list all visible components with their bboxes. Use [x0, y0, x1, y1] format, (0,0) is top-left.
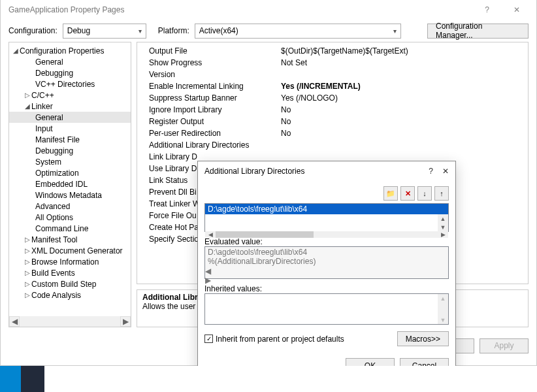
tree-hscroll[interactable]: ◀ ▶ [9, 316, 131, 327]
move-down-button[interactable]: ↓ [417, 186, 432, 201]
platform-select[interactable]: Active(x64) ▾ [195, 24, 401, 39]
property-row[interactable]: Output File$(OutDir)$(TargetName)$(Targe… [137, 45, 528, 57]
expand-icon[interactable]: ▷ [25, 236, 31, 243]
evaluated-listbox: D:\agde\tools\freeglut\lib\x64 %(Additio… [204, 246, 449, 279]
titlebar: GameApplication Property Pages ? ✕ [1, 0, 536, 20]
tree-item[interactable]: ▷Manifest Tool [9, 234, 131, 245]
window-title: GameApplication Property Pages [8, 5, 124, 14]
tree-item[interactable]: Manifest File [9, 134, 131, 145]
expand-icon[interactable]: ▷ [25, 91, 31, 99]
property-key: Link Library D [137, 152, 281, 161]
new-folder-button[interactable]: 📁 [383, 186, 398, 201]
chevron-down-icon: ▾ [138, 27, 142, 35]
tree-root[interactable]: ◢ Configuration Properties [9, 45, 131, 56]
tree-item[interactable]: Command Line [9, 223, 131, 234]
collapse-icon[interactable]: ◢ [25, 103, 31, 110]
tree-item[interactable]: ▷Custom Build Step [9, 278, 131, 289]
dialog-title: Additional Library Directories [204, 167, 304, 176]
inherited-listbox: ▲ ▼ [204, 293, 449, 325]
tree-item[interactable]: ▷Code Analysis [9, 289, 131, 301]
tree-item[interactable]: ▷Build Events [9, 267, 131, 278]
list-item[interactable]: D:\agde\tools\freeglut\lib\x64 [205, 204, 448, 214]
scroll-track[interactable] [20, 316, 120, 327]
tree[interactable]: ◢ Configuration Properties General Debug… [8, 42, 131, 327]
checkbox-icon: ✓ [204, 335, 213, 343]
macros-button[interactable]: Macros>> [397, 331, 449, 346]
scroll-left-icon[interactable]: ◀ [9, 316, 20, 327]
delete-button[interactable]: ✕ [400, 186, 415, 201]
property-row[interactable]: Per-user RedirectionNo [137, 127, 528, 139]
expand-icon[interactable]: ▷ [25, 280, 31, 287]
expand-icon[interactable]: ▷ [25, 258, 31, 265]
collapse-icon[interactable]: ◢ [13, 47, 20, 54]
tree-linker-general[interactable]: General [9, 112, 131, 123]
property-key: Register Output [137, 117, 281, 126]
property-row[interactable]: Show ProgressNot Set [137, 57, 528, 69]
additional-libdirs-dialog: Additional Library Directories ? ✕ 📁 ✕ ↓… [197, 161, 456, 379]
close-button[interactable]: ✕ [502, 0, 531, 20]
eval-hscroll[interactable]: ◀ ▶ [205, 267, 448, 285]
tree-item[interactable]: Optimization [9, 167, 131, 178]
tree-item[interactable]: All Options [9, 212, 131, 223]
property-key: Per-user Redirection [137, 129, 281, 138]
tree-item[interactable]: Debugging [9, 67, 131, 78]
arrow-up-icon: ↑ [440, 189, 444, 197]
property-row[interactable]: Enable Incremental LinkingYes (/INCREMEN… [137, 80, 528, 92]
list-vscroll[interactable]: ▲ ▼ [438, 214, 448, 231]
tree-item[interactable]: System [9, 156, 131, 167]
property-value[interactable]: Yes (/INCREMENTAL) [281, 82, 528, 91]
platform-label: Platform: [158, 26, 189, 35]
tree-linker[interactable]: ◢Linker [9, 101, 131, 112]
inherit-checkbox[interactable]: ✓ Inherit from parent or project default… [204, 335, 344, 344]
dialog-titlebar: Additional Library Directories ? ✕ [198, 161, 455, 181]
tree-item[interactable]: Embedded IDL [9, 178, 131, 189]
tree-item[interactable]: Advanced [9, 201, 131, 212]
tree-item[interactable]: ▷XML Document Generator [9, 245, 131, 256]
apply-button[interactable]: Apply [480, 338, 529, 353]
tree-item[interactable]: VC++ Directories [9, 78, 131, 90]
tree-item[interactable]: ▷Browse Information [9, 256, 131, 267]
property-value[interactable]: $(OutDir)$(TargetName)$(TargetExt) [281, 46, 528, 56]
property-value[interactable]: No [281, 129, 528, 138]
property-value[interactable]: Yes (/NOLOGO) [281, 93, 528, 103]
scroll-down-icon[interactable]: ▼ [438, 223, 448, 231]
property-row[interactable]: Ignore Import LibraryNo [137, 104, 528, 116]
inherited-vscroll[interactable]: ▲ ▼ [438, 294, 448, 324]
dialog-close-button[interactable]: ✕ [442, 167, 449, 176]
scroll-up-icon[interactable]: ▲ [438, 214, 448, 223]
move-up-button[interactable]: ↑ [434, 186, 449, 201]
tree-item[interactable]: Windows Metadata [9, 189, 131, 201]
directories-listbox[interactable]: D:\agde\tools\freeglut\lib\x64 ▲ ▼ ◀ ▶ [204, 203, 449, 232]
property-value[interactable]: No [281, 117, 528, 126]
property-key: Ignore Import Library [137, 105, 281, 114]
arrow-down-icon: ↓ [423, 189, 427, 197]
scroll-down-icon[interactable]: ▼ [438, 316, 448, 324]
taskbar [0, 366, 537, 392]
dialog-help-button[interactable]: ? [429, 167, 433, 176]
dialog-toolbar: 📁 ✕ ↓ ↑ [204, 186, 449, 201]
config-row: Configuration: Debug ▾ Platform: Active(… [1, 20, 536, 42]
scroll-right-icon[interactable]: ▶ [205, 276, 448, 285]
expand-icon[interactable]: ▷ [25, 291, 31, 299]
config-manager-button[interactable]: Configuration Manager... [427, 24, 529, 39]
property-row[interactable]: Suppress Startup BannerYes (/NOLOGO) [137, 92, 528, 104]
scroll-right-icon[interactable]: ▶ [120, 316, 131, 327]
tree-item[interactable]: General [9, 56, 131, 67]
config-select[interactable]: Debug ▾ [63, 24, 146, 39]
taskbar-segment [0, 366, 21, 392]
evaluated-label: Evaluated value: [204, 237, 449, 246]
help-button[interactable]: ? [472, 0, 502, 20]
scroll-up-icon[interactable]: ▲ [438, 294, 448, 302]
property-row[interactable]: Version [137, 69, 528, 80]
property-row[interactable]: Register OutputNo [137, 116, 528, 127]
expand-icon[interactable]: ▷ [25, 247, 31, 254]
property-value[interactable]: Not Set [281, 58, 528, 67]
tree-cpp[interactable]: ▷C/C++ [9, 90, 131, 101]
property-row[interactable]: Additional Library Directories [137, 139, 528, 151]
tree-item[interactable]: Debugging [9, 145, 131, 156]
property-value[interactable]: No [281, 105, 528, 114]
expand-icon[interactable]: ▷ [25, 269, 31, 276]
scroll-left-icon[interactable]: ◀ [205, 267, 448, 276]
scroll-right-icon[interactable]: ▶ [438, 231, 448, 238]
tree-item[interactable]: Input [9, 123, 131, 134]
